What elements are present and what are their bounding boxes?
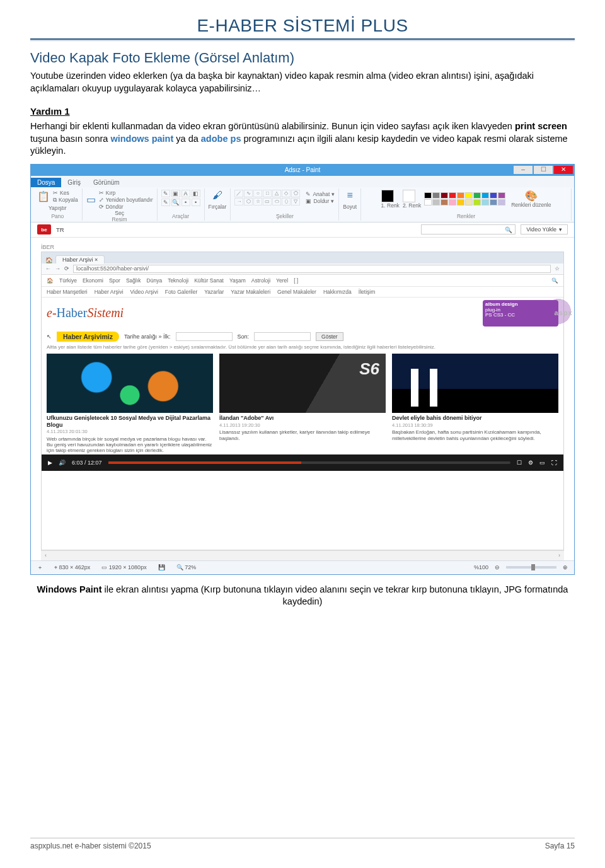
home-icon[interactable]: 🏠 <box>45 257 53 263</box>
crop-button[interactable]: ✂Kırp <box>99 190 153 196</box>
tab-file[interactable]: Dosya <box>31 178 61 187</box>
new-layer-icon[interactable]: ＋ <box>37 564 43 572</box>
home-small-icon[interactable]: 🏠 <box>47 277 54 284</box>
topnav-item[interactable]: Dünya <box>147 277 163 284</box>
topnav-item[interactable]: [ ] <box>294 277 298 284</box>
text-icon[interactable]: A <box>182 190 190 197</box>
close-button[interactable]: ✕ <box>554 166 573 174</box>
tab-home[interactable]: Giriş <box>61 178 87 187</box>
subnav-item[interactable]: Haber Manşetleri <box>47 289 88 295</box>
topnav-item[interactable]: Kültür Sanat <box>194 277 224 284</box>
size-icon[interactable]: ≡ <box>347 190 353 201</box>
youtube-icon[interactable]: be <box>37 224 51 234</box>
minimize-button[interactable]: – <box>514 166 533 174</box>
subnav-item[interactable]: İletişim <box>359 289 375 295</box>
article-card[interactable]: Ufkunuzu Genişletecek 10 Sosyal Medya ve… <box>47 354 213 453</box>
topnav-item[interactable]: Yerel <box>276 277 288 284</box>
swatch[interactable] <box>481 192 489 199</box>
subnav-item[interactable]: Genel Makaleler <box>277 289 316 295</box>
swatch[interactable] <box>424 199 432 205</box>
copy-button[interactable]: ⧉Kopyala <box>53 197 78 204</box>
pencil-icon[interactable]: ✎ <box>161 190 170 197</box>
swatch[interactable] <box>473 192 481 199</box>
swatch[interactable] <box>449 199 456 205</box>
zoom-out-icon[interactable]: ⊖ <box>495 564 500 570</box>
swatch[interactable] <box>424 192 432 199</box>
volume-icon[interactable]: 🔊 <box>59 460 66 466</box>
resize-button[interactable]: ⤢Yeniden boyutlandır <box>99 197 153 203</box>
fill-icon[interactable]: ▣ <box>171 190 180 197</box>
tool-icon[interactable]: • <box>192 199 200 206</box>
shape-icon[interactable]: △ <box>272 190 281 197</box>
site-search-icon[interactable]: 🔍 <box>551 277 558 284</box>
swatch[interactable] <box>432 192 440 199</box>
shape-icon[interactable]: ◇ <box>282 190 291 197</box>
topnav-item[interactable]: Spor <box>109 277 120 284</box>
subnav-item[interactable]: Yazar Makaleleri <box>231 289 270 295</box>
star-icon[interactable]: ☆ <box>555 265 560 272</box>
date-start-input[interactable] <box>176 332 233 341</box>
search-input[interactable]: 🔍 <box>421 224 516 234</box>
swatch[interactable] <box>432 199 440 205</box>
topnav-item[interactable]: Teknoloji <box>168 277 188 284</box>
fullscreen-icon[interactable]: ⛶ <box>551 460 557 466</box>
swatch[interactable] <box>465 192 473 199</box>
h-scrollbar[interactable]: ‹› <box>41 550 564 560</box>
play-icon[interactable]: ▶ <box>48 460 52 466</box>
topnav-item[interactable]: Türkiye <box>59 277 77 284</box>
swatch[interactable] <box>441 192 448 199</box>
shape-icon[interactable]: ☆ <box>253 198 262 205</box>
swatch[interactable] <box>441 199 448 205</box>
outline-button[interactable]: ✎Anahat ▾ <box>306 191 335 197</box>
shape-icon[interactable]: ⬠ <box>291 190 300 197</box>
rotate-button[interactable]: ⟳Döndür <box>99 204 153 210</box>
gear-icon[interactable]: ⚙ <box>528 460 533 466</box>
browser-tab[interactable]: Haber Arşivi × <box>55 255 105 263</box>
shape-icon[interactable]: ▽ <box>291 198 300 205</box>
subnav-item[interactable]: Haber Arşivi <box>95 289 124 295</box>
select-icon[interactable]: ▭ <box>86 194 96 205</box>
shape-icon[interactable]: □ <box>263 190 272 197</box>
date-end-input[interactable] <box>254 332 311 341</box>
zoom-slider[interactable] <box>506 566 556 569</box>
color2-swatch[interactable] <box>403 190 415 202</box>
nav-back-icon[interactable]: ← <box>45 265 51 272</box>
video-progress[interactable] <box>108 461 510 464</box>
upload-button[interactable]: Video Yükle▾ <box>521 224 568 234</box>
brush-icon[interactable]: 🖌 <box>212 190 222 201</box>
cc-icon[interactable]: ☐ <box>517 460 522 466</box>
zoom-in-icon[interactable]: ⊕ <box>563 564 568 570</box>
topnav-item[interactable]: Ekonomi <box>83 277 103 284</box>
eraser-icon[interactable]: ◧ <box>192 190 200 197</box>
swatch[interactable] <box>465 199 473 205</box>
shape-icon[interactable]: ⬭ <box>272 198 281 205</box>
shape-icon[interactable]: ▭ <box>263 198 272 205</box>
swatch[interactable] <box>473 199 481 205</box>
shape-icon[interactable]: ⬡ <box>244 198 253 205</box>
subnav-item[interactable]: Yazarlar <box>204 289 224 295</box>
subnav-item[interactable]: Foto Galeriler <box>165 289 198 295</box>
swatch[interactable] <box>498 192 505 199</box>
edit-colors-icon[interactable]: 🎨 <box>525 190 538 201</box>
shape-icon[interactable]: ／ <box>234 190 243 197</box>
zoom-icon[interactable]: 🔍 <box>171 199 180 206</box>
article-card[interactable]: İlandan "Adobe" Avı4.11.2013 19:20:30Lis… <box>219 354 386 453</box>
shape-icon[interactable]: ⬯ <box>282 198 291 205</box>
topnav-item[interactable]: Yaşam <box>229 277 246 284</box>
swatch[interactable] <box>449 192 456 199</box>
tool-icon[interactable]: • <box>182 199 190 206</box>
swatch[interactable] <box>498 199 505 205</box>
topnav-item[interactable]: Sağlık <box>126 277 141 284</box>
article-card[interactable]: Devlet eliyle bahis dönemi bitiyor4.11.2… <box>392 354 558 453</box>
url-input[interactable]: localhost:55200/haber-arsivi/ <box>73 265 551 273</box>
tab-view[interactable]: Görünüm <box>87 178 126 187</box>
nav-fwd-icon[interactable]: → <box>55 265 60 272</box>
swatch[interactable] <box>490 192 497 199</box>
maximize-button[interactable]: ☐ <box>534 166 553 174</box>
theater-icon[interactable]: ▭ <box>539 460 545 466</box>
shape-icon[interactable]: → <box>234 198 243 205</box>
fill-button[interactable]: ▣Doldur ▾ <box>306 198 335 204</box>
picker-icon[interactable]: ✎ <box>161 199 170 206</box>
swatch[interactable] <box>481 199 489 205</box>
cut-button[interactable]: ✂Kes <box>53 190 78 196</box>
